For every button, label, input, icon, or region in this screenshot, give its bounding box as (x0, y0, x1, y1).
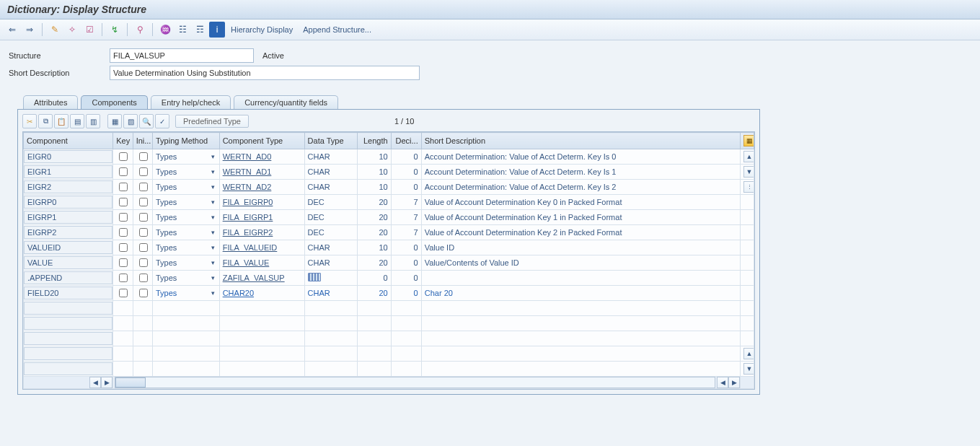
vscroll-up-icon[interactable]: ▲ (743, 151, 754, 162)
cell-component-type[interactable]: FILA_VALUEID (219, 240, 304, 255)
component-type-link[interactable]: FILA_VALUE (223, 258, 270, 267)
component-input[interactable] (24, 347, 112, 360)
expand-icon[interactable]: ☷ (175, 22, 190, 38)
cell-typing[interactable]: Types▾ (153, 165, 220, 180)
forward-icon[interactable]: ⇒ (22, 22, 37, 38)
tab-currency[interactable]: Currency/quantity fields (234, 95, 338, 109)
vscroll-up2-icon[interactable]: ▲ (743, 348, 754, 359)
component-input[interactable] (24, 211, 112, 224)
hscroll-right2-icon[interactable]: ▶ (728, 377, 740, 388)
col-typing[interactable]: Typing Method (153, 133, 220, 149)
col-ini[interactable]: Ini... (133, 133, 152, 149)
dropdown-icon[interactable]: ▾ (211, 289, 215, 297)
component-input[interactable] (24, 302, 112, 315)
cell-typing[interactable]: Types▾ (153, 180, 220, 195)
tab-components[interactable]: Components (81, 95, 147, 109)
cell-component-type[interactable]: FILA_EIGRP0 (219, 195, 304, 210)
key-checkbox[interactable] (119, 228, 128, 237)
col-component[interactable]: Component (24, 133, 113, 149)
activate-icon[interactable]: ↯ (107, 22, 123, 38)
component-input[interactable] (24, 271, 112, 284)
component-input[interactable] (24, 287, 112, 299)
component-input[interactable] (24, 196, 112, 209)
cell-component-type[interactable]: FILA_EIGRP2 (219, 225, 304, 240)
component-input[interactable] (24, 317, 112, 330)
ini-checkbox[interactable] (139, 289, 148, 297)
dropdown-icon[interactable]: ▾ (211, 198, 215, 206)
dropdown-icon[interactable]: ▾ (211, 214, 215, 221)
col-datatype[interactable]: Data Type (304, 133, 358, 149)
key-checkbox[interactable] (119, 258, 128, 267)
component-input[interactable] (24, 150, 112, 163)
cell-typing[interactable]: Types▾ (153, 195, 220, 210)
cell-typing[interactable]: Types▾ (153, 225, 220, 240)
display-change-icon[interactable]: ✎ (47, 22, 63, 38)
cell-component-type[interactable]: WERTN_AD1 (219, 165, 304, 180)
cut-icon[interactable]: ✂ (22, 114, 37, 128)
cell-typing[interactable]: Types▾ (153, 271, 220, 286)
find-icon[interactable]: 🔍 (139, 114, 154, 128)
dropdown-icon[interactable]: ▾ (211, 183, 215, 191)
col-shortdesc[interactable]: Short Description (421, 133, 740, 149)
dropdown-icon[interactable]: ▾ (211, 274, 215, 281)
ini-checkbox[interactable] (139, 152, 148, 161)
key-checkbox[interactable] (119, 213, 128, 222)
col-comptype[interactable]: Component Type (219, 133, 304, 149)
hscroll-left2-icon[interactable]: ◀ (717, 377, 728, 388)
help-icon[interactable]: ✓ (155, 114, 169, 128)
key-checkbox[interactable] (119, 183, 128, 191)
dropdown-icon[interactable]: ▾ (211, 259, 215, 266)
dropdown-icon[interactable]: ▾ (211, 168, 215, 175)
tab-entry-help[interactable]: Entry help/check (151, 95, 231, 109)
structure-field[interactable] (110, 48, 254, 63)
component-input[interactable] (24, 180, 112, 193)
key-checkbox[interactable] (119, 243, 128, 252)
component-type-link[interactable]: CHAR20 (223, 289, 254, 297)
hscroll-right-icon[interactable]: ▶ (101, 377, 112, 388)
component-input[interactable] (24, 226, 112, 239)
ini-checkbox[interactable] (139, 243, 148, 252)
paste-icon[interactable]: 📋 (54, 114, 69, 128)
vscroll-down2-icon[interactable]: ▼ (743, 363, 754, 375)
short-desc-field[interactable] (110, 66, 420, 80)
ini-checkbox[interactable] (139, 258, 148, 267)
cell-typing[interactable]: Types▾ (153, 240, 220, 255)
vscroll-handle-icon[interactable]: ⋮ (743, 181, 754, 193)
delete-row-icon[interactable]: ▥ (86, 114, 100, 128)
ini-checkbox[interactable] (139, 213, 148, 222)
check-icon[interactable]: ☑ (81, 22, 97, 38)
key-checkbox[interactable] (119, 198, 128, 206)
tab-attributes[interactable]: Attributes (23, 95, 78, 109)
col-length[interactable]: Length (358, 133, 391, 149)
ini-checkbox[interactable] (139, 228, 148, 237)
insert-row-icon[interactable]: ▤ (70, 114, 84, 128)
component-input[interactable] (24, 256, 112, 269)
component-input[interactable] (24, 165, 112, 178)
component-type-link[interactable]: ZAFILA_VALSUP (223, 274, 285, 282)
ini-checkbox[interactable] (139, 198, 148, 206)
cell-typing[interactable]: Types▾ (153, 210, 220, 225)
info-icon[interactable]: i (209, 22, 225, 38)
col-deci[interactable]: Deci... (391, 133, 421, 149)
tree-icon[interactable]: ♒ (157, 22, 173, 38)
hscroll-track[interactable] (115, 377, 715, 388)
append-structure-button[interactable]: Append Structure... (299, 25, 376, 34)
dropdown-icon[interactable]: ▾ (211, 153, 215, 160)
dropdown-icon[interactable]: ▾ (211, 244, 215, 251)
collapse-all-icon[interactable]: ▧ (123, 114, 138, 128)
dropdown-icon[interactable]: ▾ (211, 229, 215, 236)
component-input[interactable] (24, 241, 112, 254)
component-input[interactable] (24, 362, 112, 375)
key-checkbox[interactable] (119, 289, 128, 297)
cell-typing[interactable]: Types▾ (153, 286, 220, 301)
component-input[interactable] (24, 332, 112, 345)
component-type-link[interactable]: FILA_EIGRP2 (223, 228, 273, 237)
cell-component-type[interactable]: FILA_EIGRP1 (219, 210, 304, 225)
cell-component-type[interactable]: CHAR20 (219, 286, 304, 301)
ini-checkbox[interactable] (139, 167, 148, 176)
component-type-link[interactable]: FILA_EIGRP0 (223, 198, 273, 206)
other-object-icon[interactable]: ✧ (64, 22, 80, 38)
hierarchy-display-button[interactable]: Hierarchy Display (226, 25, 297, 34)
back-icon[interactable]: ⇐ (4, 22, 20, 38)
key-checkbox[interactable] (119, 152, 128, 161)
